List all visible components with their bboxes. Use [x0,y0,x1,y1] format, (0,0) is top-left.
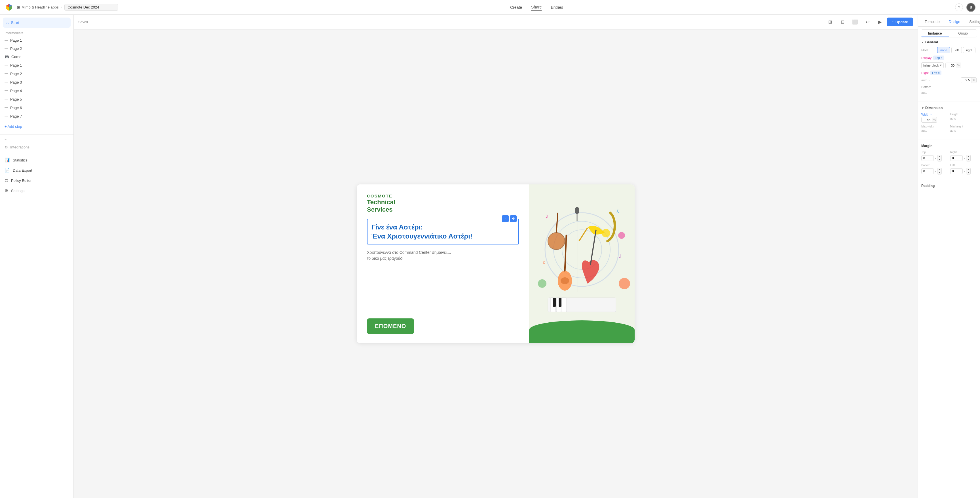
display-pill-top[interactable]: Top × [933,56,944,60]
apps-button[interactable]: ⊞ Mimo & Headline apps [17,5,59,10]
main-layout: ⌂ Start Intermediate Page 1 Page 2 🎮 Gam… [0,15,980,498]
add-step-label: + Add step [5,124,22,128]
dimension-section: ▼ Dimension Width × % [918,103,980,137]
canvas-bottom-green [529,320,635,343]
collapse-arrow[interactable]: ▼ [921,41,924,44]
display-select[interactable]: inline-block ▾ [921,62,944,68]
sidebar-game-page-3[interactable]: Page 3 🗑 [0,78,73,86]
margin-bottom-dash: - [935,169,936,173]
margin-bottom-down[interactable]: ▼ [937,171,942,174]
sidebar-game-page-6[interactable]: Page 6 🗑 [0,103,73,112]
padding-section: Padding [918,181,980,193]
display-percent-value[interactable] [946,63,956,68]
margin-left-down[interactable]: ▼ [966,171,970,174]
add-step-button[interactable]: + Add step [5,123,69,130]
sidebar-game-page-7[interactable]: Page 7 🗑 [0,112,73,121]
margin-bottom-col: Bottom - ▲ ▼ [921,164,948,174]
display-pill-close[interactable]: × [941,56,943,59]
margin-left-up[interactable]: ▲ [966,168,970,171]
margin-top-up[interactable]: ▲ [937,155,942,158]
margin-bottom-stepper[interactable]: ▲ ▼ [937,168,942,174]
statistics-label: Statistics [13,158,27,162]
margin-top-input[interactable] [921,155,934,161]
margin-left-stepper[interactable]: ▲ ▼ [966,168,970,174]
sidebar-settings[interactable]: ⚙ Settings [0,186,73,196]
right-value-input[interactable]: % [961,77,977,83]
tab-design[interactable]: Design [945,17,964,26]
sidebar-page-1-top[interactable]: Page 1 [0,36,73,44]
sidebar-game-page-2[interactable]: Page 2 🗑 [0,70,73,78]
margin-right-down[interactable]: ▼ [966,158,970,161]
grid-icon[interactable]: ⊞ [826,17,835,27]
avatar[interactable]: B [966,3,975,12]
expand-icon[interactable]: ⬜ [850,17,859,27]
right-value[interactable] [961,78,971,83]
display-percent-input[interactable]: % [945,63,961,68]
update-button[interactable]: ↑ Update [887,17,913,26]
tab-group[interactable]: Group [949,30,977,37]
right-pill-left[interactable]: Left × [931,71,942,75]
tab-instance[interactable]: Instance [921,30,949,37]
subtitle-line1: Χριστούγεννα στο Command Center σημαίνει… [367,249,519,255]
sidebar-game[interactable]: 🎮 Game [0,53,73,61]
data-export-icon: 📄 [5,168,10,173]
breadcrumb-separator: › [61,5,62,10]
width-input[interactable]: % [921,117,937,123]
nav-entries[interactable]: Entries [551,4,563,11]
right-pill-close[interactable]: × [938,71,940,75]
right-row: Right Left × [921,71,977,75]
sidebar-game-page-4[interactable]: Page 4 🗑 [0,86,73,95]
margin-bottom-input[interactable] [921,168,934,174]
margin-bottom-up[interactable]: ▲ [937,168,942,171]
margin-right-input-row: - ▲ ▼ [950,155,977,162]
nav-share[interactable]: Share [531,4,542,11]
sidebar-game-page-1[interactable]: Page 1 🗑 [0,61,73,70]
float-buttons: none left right [937,47,975,53]
float-none[interactable]: none [937,47,950,53]
canvas-title: Γίνε ένα Αστέρι: Ένα Χριστουγεννιάτικο Α… [371,223,514,240]
maxwidth-dash: - [928,129,929,132]
help-button[interactable]: ? [955,3,963,11]
project-name-input[interactable] [64,4,118,11]
block-up-button[interactable]: ↑ [502,215,509,222]
nav-create[interactable]: Create [510,4,522,11]
sidebar-policy-editor[interactable]: ⚖ Policy Editor [0,175,73,186]
float-right[interactable]: right [963,47,975,53]
page-label: Page 1 [10,38,22,43]
dash-icon [5,48,8,49]
play-icon[interactable]: ▶ [875,17,885,27]
canvas-text-block[interactable]: ↑ ✥ Γίνε ένα Αστέρι: Ένα Χριστουγεννιάτι… [367,219,519,244]
sidebar-integrations[interactable]: ⚙ Integrations [0,143,73,151]
margin-right-stepper[interactable]: ▲ ▼ [966,155,970,162]
margin-top-stepper[interactable]: ▲ ▼ [937,155,942,162]
width-value[interactable] [921,117,932,122]
panel-divider-3 [918,179,980,179]
dimension-collapse-arrow[interactable]: ▼ [921,106,924,109]
sidebar-start[interactable]: ⌂ Start [3,17,71,28]
right-auto-label: auto [921,78,927,82]
layout-icon[interactable]: ⊟ [838,17,847,27]
margin-right-up[interactable]: ▲ [966,155,970,158]
margin-bottom-label: Bottom [921,164,948,167]
chevron-down-icon: ▾ [940,63,942,67]
sidebar-divider-2 [0,153,73,153]
sidebar-game-page-5[interactable]: Page 5 🗑 [0,95,73,103]
margin-top-down[interactable]: ▼ [937,158,942,161]
margin-left-input[interactable] [950,168,963,174]
undo-icon[interactable]: ↩ [863,17,872,27]
tab-template[interactable]: Template [921,17,944,26]
canvas-next-button[interactable]: ΕΠΟΜΕΝΟ [367,319,414,334]
update-label: Update [896,20,908,24]
page-label: Page 3 [10,80,22,84]
sidebar-data-export[interactable]: 📄 Data Export [0,165,73,175]
tab-settings[interactable]: Settings [965,17,980,26]
sidebar-page-2-top[interactable]: Page 2 [0,44,73,53]
right-label: Right [921,71,929,75]
dash-icon [5,65,8,65]
logo[interactable] [5,3,14,12]
margin-right-input[interactable] [950,155,963,161]
sidebar-statistics[interactable]: 📊 Statistics [0,155,73,165]
block-controls: ↑ ✥ [502,215,517,222]
float-left[interactable]: left [951,47,962,53]
block-move-button[interactable]: ✥ [510,215,517,222]
